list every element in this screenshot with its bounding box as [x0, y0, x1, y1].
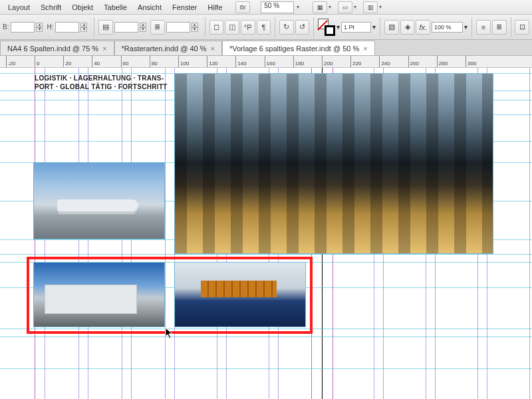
opacity-chevron-icon[interactable]: ▾	[464, 23, 467, 31]
height-stepper[interactable]: ▲▼	[80, 23, 87, 32]
image-frame-ship[interactable]	[174, 262, 306, 327]
image-frame-city[interactable]	[174, 73, 493, 254]
menu-layout[interactable]: Layout	[3, 3, 35, 11]
ruler-tick: 20	[63, 56, 64, 67]
ruler-tick: 200	[322, 56, 323, 67]
rotate-cw-icon[interactable]: ↻	[279, 20, 294, 35]
baseline-guide	[0, 368, 532, 369]
close-icon[interactable]: ×	[102, 45, 106, 53]
width-field[interactable]	[11, 22, 35, 33]
gutter-field[interactable]	[166, 22, 190, 33]
columns-stepper[interactable]: ▲▼	[140, 23, 146, 32]
ruler-tick: 180	[293, 56, 294, 67]
ruler-tick: 220	[350, 56, 351, 67]
menu-bar: Layout Schrift Objekt Tabelle Ansicht Fe…	[0, 0, 532, 15]
swatch-chevron-icon[interactable]: ▾	[336, 23, 340, 31]
bridge-button[interactable]: Br	[235, 1, 250, 13]
document-tab-1-label: NA4 6 Spalten.indd @ 75 %	[7, 45, 98, 53]
ruler-tick: 40	[92, 56, 92, 67]
arrange-chevron-icon[interactable]: ▾	[379, 4, 387, 10]
control-panel: B: ▲▼ H: ▲▼ ▤ ▲▼ ≣ ▲▼ ◻ ◫ °P ¶ ↻ ↺ ▾ 1 P…	[0, 15, 532, 40]
drop-shadow-icon[interactable]: ▧	[384, 20, 399, 35]
stroke-swatch-icon[interactable]	[325, 25, 335, 36]
baseline-guide	[0, 254, 532, 255]
fit-content-icon[interactable]: ⊡	[515, 20, 529, 35]
story-editor-icon[interactable]: ¶	[257, 20, 271, 35]
height-label: H:	[47, 23, 53, 31]
menu-fenster[interactable]: Fenster	[167, 3, 202, 11]
ruler-tick: 140	[235, 56, 236, 67]
menu-hilfe[interactable]: Hilfe	[202, 3, 227, 11]
fill-stroke-swatch[interactable]	[318, 19, 335, 36]
close-icon[interactable]: ×	[363, 45, 367, 53]
baseline-guide	[0, 329, 532, 329]
document-tab-2-label: *Rasterarten.indd @ 40 %	[122, 45, 207, 53]
document-tab-1[interactable]: NA4 6 Spalten.indd @ 75 % ×	[0, 41, 114, 55]
feather-icon[interactable]: ◈	[400, 20, 415, 35]
stroke-weight-field[interactable]: 1 Pt	[341, 22, 371, 33]
menu-tabelle[interactable]: Tabelle	[98, 3, 132, 11]
horizontal-ruler[interactable]: -200204060801001201401601802002202402602…	[0, 56, 532, 68]
mouse-cursor-icon	[165, 327, 174, 339]
screen-mode-chevron-icon[interactable]: ▾	[354, 4, 362, 10]
zoom-level-field[interactable]: 50 %	[261, 1, 294, 13]
image-frame-truck[interactable]	[33, 262, 165, 327]
textwrap-bounding-icon[interactable]: ◫	[225, 20, 239, 35]
column-guide	[529, 68, 530, 399]
column-guide	[165, 68, 166, 399]
document-tab-3[interactable]: *Vorlage 6 spaltiges Raster.indt @ 50 % …	[222, 41, 375, 55]
ruler-tick: 60	[121, 56, 122, 67]
image-city-skyline	[175, 74, 493, 253]
ruler-tick: 240	[379, 56, 380, 67]
baseline-guide	[0, 336, 532, 337]
image-airplane	[34, 163, 164, 239]
textwrap-none-icon[interactable]: ◻	[209, 20, 224, 35]
menu-ansicht[interactable]: Ansicht	[132, 3, 167, 11]
document-canvas[interactable]: LOGISTIK · LAGERHALTUNG · TRANS- PORT · …	[0, 68, 532, 399]
columns-icon[interactable]: ▤	[98, 20, 113, 35]
image-truck	[34, 263, 164, 327]
document-tab-2[interactable]: *Rasterarten.indd @ 40 % ×	[114, 41, 222, 55]
menu-objekt[interactable]: Objekt	[66, 3, 98, 11]
effects-button[interactable]: fx.	[416, 20, 430, 35]
screen-mode-button[interactable]: ▭	[338, 1, 352, 13]
ruler-tick: 260	[408, 56, 409, 67]
headline-line1: LOGISTIK · LAGERHALTUNG · TRANS-	[35, 74, 168, 83]
columns-field[interactable]	[114, 22, 138, 33]
ruler-tick: -20	[6, 56, 7, 67]
stroke-weight-chevron-icon[interactable]: ▾	[372, 23, 376, 31]
width-label: B:	[3, 23, 9, 31]
ruler-tick: 160	[265, 56, 265, 67]
ruler-tick: 100	[178, 56, 179, 67]
rotate-ccw-icon[interactable]: ↺	[295, 20, 310, 35]
arrange-documents-button[interactable]: ▥	[363, 1, 378, 13]
opacity-field[interactable]: 100 %	[432, 22, 463, 33]
text-frame-headline[interactable]: LOGISTIK · LAGERHALTUNG · TRANS- PORT · …	[35, 74, 168, 91]
width-stepper[interactable]: ▲▼	[36, 23, 43, 32]
paragraph-style-icon[interactable]: ≡	[476, 20, 491, 35]
zoom-dropdown-icon[interactable]: ▾	[297, 4, 305, 10]
image-frame-airplane[interactable]	[33, 162, 165, 239]
pasteboard: LOGISTIK · LAGERHALTUNG · TRANS- PORT · …	[0, 68, 532, 399]
height-field[interactable]	[55, 22, 79, 33]
view-options-button[interactable]: ▦	[313, 1, 327, 13]
character-style-icon[interactable]: ≣	[492, 20, 507, 35]
document-tabs: NA4 6 Spalten.indd @ 75 % × *Rasterarten…	[0, 40, 532, 56]
ruler-tick: 120	[207, 56, 207, 67]
close-icon[interactable]: ×	[211, 45, 215, 53]
placeholder-text-icon[interactable]: °P	[241, 20, 255, 35]
ruler-tick: 280	[437, 56, 438, 67]
document-tab-3-label: *Vorlage 6 spaltiges Raster.indt @ 50 %	[229, 45, 359, 53]
image-container-ship	[175, 263, 305, 327]
headline-line2: PORT · GLOBAL TÄTIG · FORTSCHRITT	[35, 83, 168, 92]
ruler-tick: 300	[466, 56, 466, 67]
ruler-tick: 0	[35, 56, 35, 67]
gutter-stepper[interactable]: ▲▼	[192, 23, 198, 32]
view-options-chevron-icon[interactable]: ▾	[329, 4, 336, 10]
gutter-icon[interactable]: ≣	[150, 20, 165, 35]
menu-schrift[interactable]: Schrift	[35, 3, 66, 11]
ruler-tick: 80	[150, 56, 150, 67]
